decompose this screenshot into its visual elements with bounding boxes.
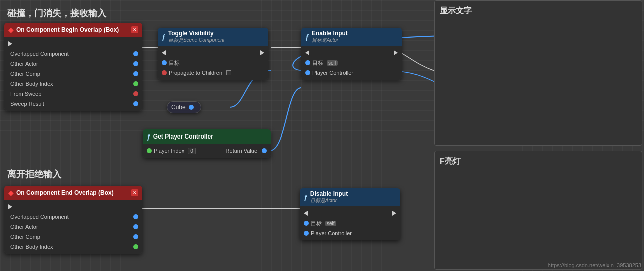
exec-row <box>300 208 400 218</box>
other-body-pin <box>133 81 138 86</box>
sweep-result-pin <box>133 101 138 106</box>
player-ctrl-pin <box>304 231 309 236</box>
event-icon: ◆ <box>8 26 14 34</box>
xianshi-wenzi-panel: 显示文字 Text Render ƒ Toggle Visibility 目标是… <box>434 0 642 146</box>
cube-label: Cube <box>171 104 186 111</box>
overlapped-pin <box>133 51 138 56</box>
on-end-overlap-node: ◆ On Component End Overlap (Box) ✕ Overl… <box>4 186 142 254</box>
on-begin-overlap-node: ◆ On Component Begin Overlap (Box) ✕ Ove… <box>4 23 142 111</box>
overlapped-component-row: Overlapped Component <box>4 212 142 222</box>
exec-row <box>4 39 142 49</box>
node-title: Disable Input <box>310 190 348 197</box>
self-tag: self <box>325 221 336 226</box>
other-actor-row: Other Actor <box>4 59 142 69</box>
section-label-right-top: 显示文字 <box>440 6 642 16</box>
target-row: 目标 self <box>300 218 400 228</box>
node-title: Enable Input <box>312 30 348 37</box>
node-title: Get Player Controller <box>153 133 213 140</box>
target-row: 目标 <box>158 58 268 68</box>
toggle-visibility-node-1: ƒ Toggle Visibility 目标是Scene Component 目… <box>158 28 268 80</box>
section-label-right-bottom: F亮灯 <box>440 156 642 167</box>
node-title: Toggle Visibility <box>168 30 225 37</box>
player-index-pin <box>147 148 152 153</box>
func-icon: ƒ <box>147 132 151 141</box>
other-body-pin <box>133 244 138 249</box>
func-icon: ƒ <box>162 33 166 41</box>
other-comp-row: Other Comp <box>4 232 142 242</box>
close-button[interactable]: ✕ <box>131 26 138 33</box>
from-sweep-row: From Sweep <box>4 89 142 99</box>
from-sweep-pin <box>133 91 138 96</box>
node-subtitle: 目标是Actor <box>310 197 348 204</box>
section-label-top: 碰撞，门消失，接收输入 <box>7 7 106 19</box>
target-row: 目标 self <box>301 58 402 68</box>
enable-input-node: ƒ Enable Input 目标是Actor 目标 self Player C… <box>301 28 402 80</box>
exec-row <box>158 48 268 58</box>
exec-in-pin <box>162 50 166 55</box>
node-title: On Component Begin Overlap (Box) <box>16 26 119 33</box>
player-ctrl-pin <box>305 70 310 75</box>
target-pin <box>305 60 310 65</box>
event-icon: ◆ <box>8 189 14 197</box>
get-player-controller-node: ƒ Get Player Controller Player Index 0 R… <box>143 129 271 158</box>
player-ctrl-row: Player Controller <box>301 68 402 78</box>
other-actor-row: Other Actor <box>4 222 142 232</box>
exec-out-pin <box>394 50 398 55</box>
other-actor-pin <box>133 224 138 229</box>
func-icon: ƒ <box>305 33 309 41</box>
propagate-pin <box>162 70 167 75</box>
other-actor-pin <box>133 61 138 66</box>
f-light-panel: F亮灯 ⌨ F Pressed Released Key ƒ <box>434 151 642 270</box>
node-title: On Component End Overlap (Box) <box>16 189 114 196</box>
other-comp-pin <box>133 71 138 76</box>
overlapped-pin <box>133 214 138 219</box>
other-comp-pin <box>133 234 138 239</box>
target-pin <box>162 60 167 65</box>
player-index-row: Player Index 0 Return Value <box>143 146 271 156</box>
close-button[interactable]: ✕ <box>131 189 138 196</box>
other-body-index-row: Other Body Index <box>4 79 142 89</box>
exec-in-pin <box>304 211 308 216</box>
cube-out-pin <box>189 105 194 110</box>
return-value-pin <box>262 148 267 153</box>
exec-out-pin <box>8 204 12 209</box>
exec-out-pin <box>260 50 264 55</box>
section-label-bottom: 离开拒绝输入 <box>7 168 61 180</box>
node-subtitle: 目标是Actor <box>312 37 348 44</box>
target-pin <box>304 221 309 226</box>
exec-row <box>4 202 142 212</box>
player-ctrl-row: Player Controller <box>300 228 400 238</box>
propagate-checkbox[interactable] <box>226 70 231 75</box>
exec-in-pin <box>305 50 309 55</box>
func-icon: ƒ <box>304 193 308 201</box>
self-tag: self <box>327 60 338 66</box>
sweep-result-row: Sweep Result <box>4 99 142 109</box>
player-index-value[interactable]: 0 <box>188 148 196 154</box>
node-subtitle: 目标是Scene Component <box>168 37 225 44</box>
overlapped-component-row: Overlapped Component <box>4 49 142 59</box>
exec-out-pin <box>8 41 12 46</box>
exec-out-pin <box>392 211 396 216</box>
cube-variable-node: Cube <box>167 101 201 113</box>
other-comp-row: Other Comp <box>4 69 142 79</box>
watermark: https://blog.csdn.net/weixin_39538253 <box>548 262 641 268</box>
disable-input-node: ƒ Disable Input 目标是Actor 目标 self Player … <box>300 188 400 240</box>
other-body-index-row: Other Body Index <box>4 242 142 252</box>
exec-row <box>301 48 402 58</box>
propagate-row: Propagate to Children <box>158 68 268 78</box>
